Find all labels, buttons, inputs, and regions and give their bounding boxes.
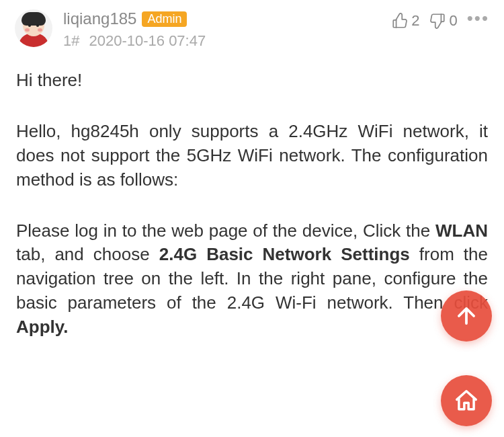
- arrow-up-icon: [454, 303, 479, 329]
- upvote-button[interactable]: 2: [391, 12, 419, 30]
- more-options-button[interactable]: •••: [467, 14, 489, 28]
- home-icon: [454, 388, 479, 413]
- admin-badge: Admin: [142, 11, 187, 27]
- wlan-bold: WLAN: [435, 221, 488, 241]
- post-body: Hi there! Hello, hg8245h only supports a…: [15, 69, 489, 340]
- upvote-count: 2: [411, 12, 419, 30]
- apply-bold: Apply.: [16, 317, 69, 337]
- downvote-button[interactable]: 0: [429, 12, 457, 30]
- username[interactable]: liqiang185: [63, 9, 136, 28]
- post-subinfo: 1# 2020-10-16 07:47: [63, 32, 380, 50]
- thumbs-down-icon: [429, 12, 446, 30]
- scroll-top-button[interactable]: [441, 290, 492, 342]
- avatar[interactable]: [15, 9, 52, 47]
- post-header: liqiang185 Admin 1# 2020-10-16 07:47 2 0…: [15, 9, 489, 50]
- paragraph-1: Hello, hg8245h only supports a 2.4GHz Wi…: [16, 120, 488, 192]
- timestamp: 2020-10-16 07:47: [89, 32, 206, 50]
- downvote-count: 0: [449, 12, 457, 30]
- post-actions: 2 0 •••: [391, 12, 489, 30]
- forum-post: liqiang185 Admin 1# 2020-10-16 07:47 2 0…: [0, 0, 504, 340]
- settings-bold: 2.4G Basic Network Settings: [159, 244, 410, 264]
- paragraph-2: Please log in to the web page of the dev…: [16, 219, 488, 340]
- thumbs-up-icon: [391, 12, 409, 30]
- post-meta: liqiang185 Admin 1# 2020-10-16 07:47: [63, 9, 380, 50]
- greeting-text: Hi there!: [16, 69, 488, 93]
- author-row: liqiang185 Admin: [63, 9, 380, 28]
- home-button[interactable]: [441, 375, 492, 426]
- floor-number: 1#: [63, 32, 79, 50]
